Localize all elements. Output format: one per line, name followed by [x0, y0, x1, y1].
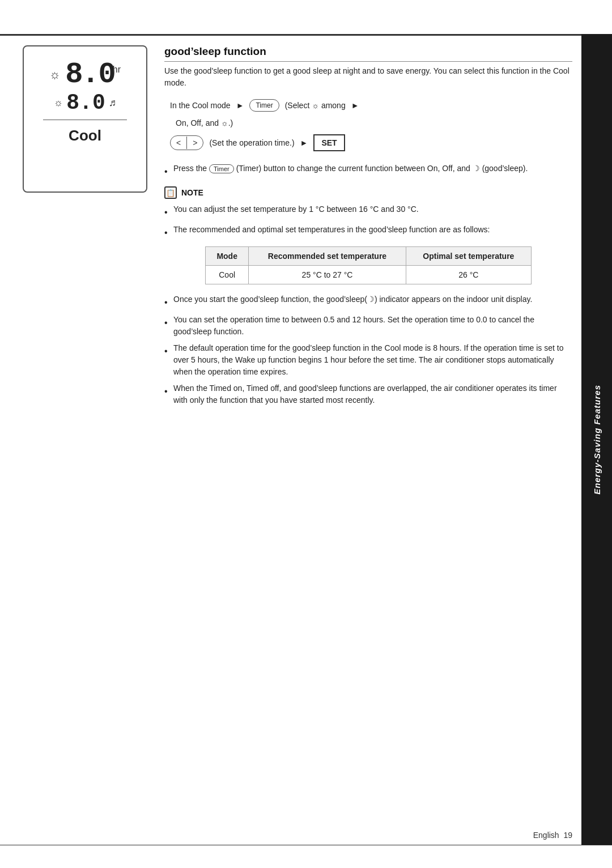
- more-text-1: Once you start the good’sleep function, …: [173, 293, 532, 305]
- page-number: 19: [563, 831, 572, 840]
- more-text-2: You can set the operation time to betwee…: [173, 314, 572, 338]
- note-text-2: The recommended and optimal set temperat…: [173, 224, 490, 236]
- timer-bullet-section: • Press the Timer (Timer) button to chan…: [164, 163, 572, 178]
- hr-label: hr: [113, 65, 121, 75]
- cell-recommended: 25 °C to 27 °C: [249, 266, 406, 284]
- sidebar-label: Energy-Saving Features: [592, 385, 602, 495]
- bullet-dot-6: •: [164, 385, 169, 398]
- note-text-1: You can adjust the set temperature by 1 …: [173, 203, 419, 215]
- flow-diagram: In the Cool mode ► Timer (Select ☼ among…: [164, 99, 572, 151]
- section-title: good’sleep function: [164, 45, 572, 62]
- more-bullet-4: • When the Timed on, Timed off, and good…: [164, 382, 572, 406]
- select-label: (Select ☼ among: [285, 101, 346, 110]
- leaf-icon: ☼: [54, 97, 63, 109]
- more-text-3: The default operation time for the good’…: [173, 342, 572, 378]
- bullet-dot-2: •: [164, 226, 169, 240]
- note-bullet-1: • You can adjust the set temperature by …: [164, 203, 572, 219]
- lang-label: English: [533, 831, 559, 840]
- content-section: good’sleep function Use the good’sleep f…: [164, 45, 572, 412]
- flow-row-1: In the Cool mode ► Timer (Select ☼ among…: [170, 99, 572, 112]
- page-indicator: English 19: [533, 831, 572, 840]
- section-description: Use the good’sleep function to get a goo…: [164, 65, 572, 89]
- sun-icon: ☼: [49, 67, 61, 82]
- flow-row-2: < > (Set the operation time.) ► SET: [170, 134, 572, 151]
- note-title: NOTE: [181, 188, 203, 197]
- temperature-table: Mode Recommended set temperature Optimal…: [205, 246, 532, 284]
- more-bullet-3: • The default operation time for the goo…: [164, 342, 572, 378]
- bullet-dot-1: •: [164, 206, 169, 219]
- table-header-row: Mode Recommended set temperature Optimal…: [206, 247, 532, 266]
- device-illustration: ☼ 8.0 hr ☼ 8.0 ♬ Cool: [23, 45, 147, 193]
- mode-label: Cool: [69, 127, 101, 144]
- bullet-dot: •: [164, 165, 169, 178]
- device-display: ☼ 8.0 hr: [33, 60, 137, 90]
- more-bullet-2: • You can set the operation time to betw…: [164, 314, 572, 338]
- on-off-label: On, Off, and ☼.): [176, 118, 233, 127]
- lcd-top-digits: 8.0: [65, 60, 115, 90]
- bullet-dot-4: •: [164, 316, 169, 330]
- more-bullet-1: • Once you start the good’sleep function…: [164, 293, 572, 309]
- col-mode: Mode: [206, 247, 249, 266]
- divider: [43, 120, 126, 120]
- arrow-3: ►: [300, 138, 308, 147]
- icon-row: ☼ 8.0 ♬: [33, 91, 137, 115]
- note-icon: 📋: [164, 186, 177, 199]
- more-text-4: When the Timed on, Timed off, and good’s…: [173, 382, 572, 406]
- table-row: Cool 25 °C to 27 °C 26 °C: [206, 266, 532, 284]
- cell-mode: Cool: [206, 266, 249, 284]
- note-header: 📋 NOTE: [164, 186, 572, 199]
- timer-bullet-text: Press the Timer (Timer) button to change…: [173, 163, 528, 175]
- nav-buttons: < >: [170, 135, 203, 150]
- cell-optimal: 26 °C: [406, 266, 531, 284]
- timer-bullet: • Press the Timer (Timer) button to chan…: [164, 163, 572, 178]
- note-section: 📋 NOTE • You can adjust the set temperat…: [164, 186, 572, 406]
- set-button-diagram: SET: [313, 134, 345, 151]
- arrow-2: ►: [351, 101, 359, 110]
- flow-row-1b: On, Off, and ☼.): [170, 118, 572, 127]
- bottom-rule: [0, 845, 612, 845]
- col-recommended: Recommended set temperature: [249, 247, 406, 266]
- speaker-icon: ♬: [109, 97, 117, 109]
- top-rule: [0, 34, 612, 36]
- next-button: >: [187, 136, 203, 150]
- prev-button: <: [171, 136, 186, 150]
- operation-label: (Set the operation time.): [209, 138, 294, 147]
- col-optimal: Optimal set temperature: [406, 247, 531, 266]
- timer-button-diagram: Timer: [249, 99, 279, 112]
- note-bullet-2: • The recommended and optimal set temper…: [164, 224, 572, 240]
- timer-btn-inline: Timer: [209, 164, 234, 173]
- bullet-dot-5: •: [164, 344, 169, 358]
- arrow-1: ►: [236, 101, 244, 110]
- right-sidebar: Energy-Saving Features: [581, 34, 612, 845]
- bullet-dot-3: •: [164, 296, 169, 309]
- cool-mode-label: In the Cool mode: [170, 101, 231, 110]
- lcd-bottom-digits: 8.0: [66, 91, 105, 115]
